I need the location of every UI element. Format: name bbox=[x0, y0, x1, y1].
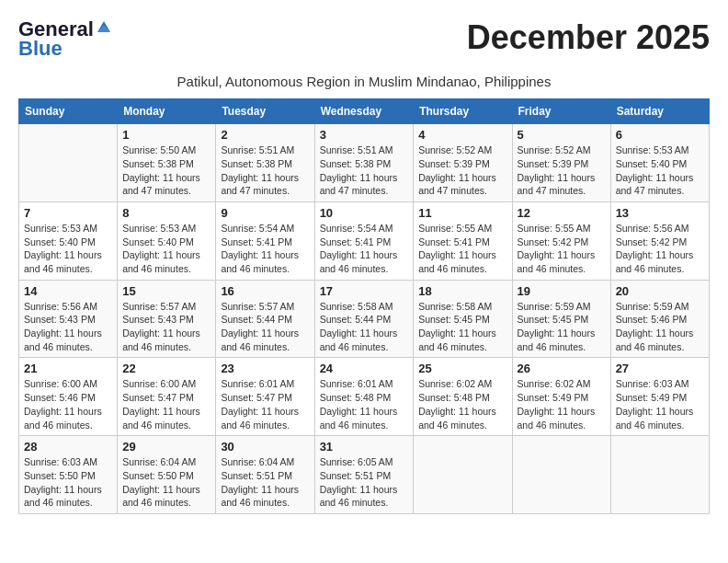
day-number: 26 bbox=[518, 362, 606, 375]
day-info: Sunrise: 5:55 AM Sunset: 5:42 PM Dayligh… bbox=[518, 222, 606, 276]
day-number: 8 bbox=[122, 206, 210, 220]
day-info: Sunrise: 5:55 AM Sunset: 5:41 PM Dayligh… bbox=[418, 222, 506, 276]
calendar-cell: 28Sunrise: 6:03 AM Sunset: 5:50 PM Dayli… bbox=[19, 436, 118, 514]
col-header-saturday: Saturday bbox=[610, 99, 709, 124]
day-info: Sunrise: 5:54 AM Sunset: 5:41 PM Dayligh… bbox=[221, 222, 309, 276]
calendar-cell: 30Sunrise: 6:04 AM Sunset: 5:51 PM Dayli… bbox=[216, 436, 314, 514]
day-number: 15 bbox=[122, 284, 210, 298]
month-year: December 2025 bbox=[467, 18, 710, 57]
calendar-cell: 9Sunrise: 5:54 AM Sunset: 5:41 PM Daylig… bbox=[216, 201, 314, 280]
day-info: Sunrise: 5:58 AM Sunset: 5:45 PM Dayligh… bbox=[418, 300, 506, 354]
day-info: Sunrise: 5:54 AM Sunset: 5:41 PM Dayligh… bbox=[320, 222, 409, 276]
day-number: 6 bbox=[616, 128, 704, 142]
day-info: Sunrise: 5:52 AM Sunset: 5:39 PM Dayligh… bbox=[518, 144, 606, 198]
day-info: Sunrise: 5:51 AM Sunset: 5:38 PM Dayligh… bbox=[320, 144, 409, 198]
logo-icon bbox=[96, 19, 112, 36]
day-info: Sunrise: 5:58 AM Sunset: 5:44 PM Dayligh… bbox=[320, 300, 409, 354]
calendar-cell: 8Sunrise: 5:53 AM Sunset: 5:40 PM Daylig… bbox=[118, 201, 216, 280]
day-info: Sunrise: 5:52 AM Sunset: 5:39 PM Dayligh… bbox=[418, 144, 506, 198]
day-info: Sunrise: 6:02 AM Sunset: 5:48 PM Dayligh… bbox=[418, 377, 506, 431]
day-number: 7 bbox=[24, 206, 112, 220]
calendar-week-row: 1Sunrise: 5:50 AM Sunset: 5:38 PM Daylig… bbox=[19, 124, 710, 202]
calendar-cell bbox=[610, 436, 709, 514]
calendar-cell: 29Sunrise: 6:04 AM Sunset: 5:50 PM Dayli… bbox=[118, 436, 216, 514]
logo: General Blue bbox=[18, 18, 112, 61]
calendar-week-row: 21Sunrise: 6:00 AM Sunset: 5:46 PM Dayli… bbox=[19, 358, 710, 436]
calendar-cell: 1Sunrise: 5:50 AM Sunset: 5:38 PM Daylig… bbox=[118, 124, 216, 202]
calendar-cell: 11Sunrise: 5:55 AM Sunset: 5:41 PM Dayli… bbox=[414, 201, 512, 280]
col-header-tuesday: Tuesday bbox=[216, 99, 314, 124]
day-info: Sunrise: 6:00 AM Sunset: 5:46 PM Dayligh… bbox=[24, 377, 112, 431]
calendar-header-row: SundayMondayTuesdayWednesdayThursdayFrid… bbox=[19, 99, 710, 124]
calendar-week-row: 14Sunrise: 5:56 AM Sunset: 5:43 PM Dayli… bbox=[19, 280, 710, 358]
day-number: 11 bbox=[418, 206, 506, 220]
day-info: Sunrise: 5:53 AM Sunset: 5:40 PM Dayligh… bbox=[122, 222, 210, 276]
calendar-cell: 17Sunrise: 5:58 AM Sunset: 5:44 PM Dayli… bbox=[314, 280, 414, 358]
calendar-cell: 7Sunrise: 5:53 AM Sunset: 5:40 PM Daylig… bbox=[19, 201, 118, 280]
calendar-cell bbox=[414, 436, 512, 514]
col-header-thursday: Thursday bbox=[414, 99, 512, 124]
day-info: Sunrise: 6:02 AM Sunset: 5:49 PM Dayligh… bbox=[518, 377, 606, 431]
day-number: 5 bbox=[518, 128, 606, 142]
day-info: Sunrise: 6:04 AM Sunset: 5:50 PM Dayligh… bbox=[122, 455, 210, 510]
col-header-monday: Monday bbox=[118, 99, 216, 124]
day-info: Sunrise: 5:51 AM Sunset: 5:38 PM Dayligh… bbox=[221, 144, 309, 198]
day-number: 14 bbox=[24, 284, 112, 298]
day-number: 21 bbox=[24, 362, 112, 375]
calendar-cell bbox=[19, 124, 118, 202]
calendar-cell: 4Sunrise: 5:52 AM Sunset: 5:39 PM Daylig… bbox=[414, 124, 512, 202]
calendar-cell: 27Sunrise: 6:03 AM Sunset: 5:49 PM Dayli… bbox=[610, 358, 709, 436]
calendar-cell: 31Sunrise: 6:05 AM Sunset: 5:51 PM Dayli… bbox=[314, 436, 414, 514]
title-section: December 2025 bbox=[467, 18, 710, 57]
day-number: 1 bbox=[122, 128, 210, 142]
day-number: 30 bbox=[221, 440, 309, 454]
day-info: Sunrise: 6:00 AM Sunset: 5:47 PM Dayligh… bbox=[122, 377, 210, 431]
day-number: 10 bbox=[320, 206, 409, 220]
calendar-cell: 15Sunrise: 5:57 AM Sunset: 5:43 PM Dayli… bbox=[118, 280, 216, 358]
calendar-table: SundayMondayTuesdayWednesdayThursdayFrid… bbox=[18, 98, 710, 514]
calendar-cell: 13Sunrise: 5:56 AM Sunset: 5:42 PM Dayli… bbox=[610, 201, 709, 280]
col-header-sunday: Sunday bbox=[19, 99, 118, 124]
day-info: Sunrise: 6:01 AM Sunset: 5:48 PM Dayligh… bbox=[320, 377, 409, 431]
day-number: 20 bbox=[616, 284, 704, 298]
calendar-cell: 22Sunrise: 6:00 AM Sunset: 5:47 PM Dayli… bbox=[118, 358, 216, 436]
calendar-week-row: 7Sunrise: 5:53 AM Sunset: 5:40 PM Daylig… bbox=[19, 201, 710, 280]
top-row: General Blue December 2025 bbox=[18, 18, 710, 70]
day-info: Sunrise: 6:01 AM Sunset: 5:47 PM Dayligh… bbox=[221, 377, 309, 431]
day-number: 12 bbox=[518, 206, 606, 220]
day-info: Sunrise: 5:57 AM Sunset: 5:43 PM Dayligh… bbox=[122, 300, 210, 354]
day-number: 29 bbox=[122, 440, 210, 454]
day-info: Sunrise: 6:03 AM Sunset: 5:50 PM Dayligh… bbox=[24, 455, 112, 510]
calendar-cell: 12Sunrise: 5:55 AM Sunset: 5:42 PM Dayli… bbox=[512, 201, 610, 280]
calendar-cell: 23Sunrise: 6:01 AM Sunset: 5:47 PM Dayli… bbox=[216, 358, 314, 436]
day-info: Sunrise: 5:56 AM Sunset: 5:43 PM Dayligh… bbox=[24, 300, 112, 354]
calendar-cell: 19Sunrise: 5:59 AM Sunset: 5:45 PM Dayli… bbox=[512, 280, 610, 358]
location: Patikul, Autonomous Region in Muslim Min… bbox=[18, 74, 710, 89]
calendar-cell: 5Sunrise: 5:52 AM Sunset: 5:39 PM Daylig… bbox=[512, 124, 610, 202]
col-header-friday: Friday bbox=[512, 99, 610, 124]
calendar-week-row: 28Sunrise: 6:03 AM Sunset: 5:50 PM Dayli… bbox=[19, 436, 710, 514]
day-number: 19 bbox=[518, 284, 606, 298]
calendar-cell: 16Sunrise: 5:57 AM Sunset: 5:44 PM Dayli… bbox=[216, 280, 314, 358]
day-number: 3 bbox=[320, 128, 409, 142]
day-number: 24 bbox=[320, 362, 409, 375]
calendar-cell: 21Sunrise: 6:00 AM Sunset: 5:46 PM Dayli… bbox=[19, 358, 118, 436]
day-number: 9 bbox=[221, 206, 309, 220]
calendar-cell: 3Sunrise: 5:51 AM Sunset: 5:38 PM Daylig… bbox=[314, 124, 414, 202]
day-info: Sunrise: 5:59 AM Sunset: 5:45 PM Dayligh… bbox=[518, 300, 606, 354]
calendar-cell: 24Sunrise: 6:01 AM Sunset: 5:48 PM Dayli… bbox=[314, 358, 414, 436]
day-number: 4 bbox=[418, 128, 506, 142]
day-number: 27 bbox=[616, 362, 704, 375]
day-number: 13 bbox=[616, 206, 704, 220]
day-number: 16 bbox=[221, 284, 309, 298]
day-info: Sunrise: 5:50 AM Sunset: 5:38 PM Dayligh… bbox=[122, 144, 210, 198]
day-info: Sunrise: 6:03 AM Sunset: 5:49 PM Dayligh… bbox=[616, 377, 704, 431]
calendar-cell: 26Sunrise: 6:02 AM Sunset: 5:49 PM Dayli… bbox=[512, 358, 610, 436]
calendar-cell: 20Sunrise: 5:59 AM Sunset: 5:46 PM Dayli… bbox=[610, 280, 709, 358]
svg-marker-1 bbox=[97, 25, 110, 32]
day-info: Sunrise: 5:57 AM Sunset: 5:44 PM Dayligh… bbox=[221, 300, 309, 354]
day-info: Sunrise: 5:56 AM Sunset: 5:42 PM Dayligh… bbox=[616, 222, 704, 276]
day-number: 31 bbox=[320, 440, 409, 454]
day-number: 23 bbox=[221, 362, 309, 375]
calendar-cell: 14Sunrise: 5:56 AM Sunset: 5:43 PM Dayli… bbox=[19, 280, 118, 358]
